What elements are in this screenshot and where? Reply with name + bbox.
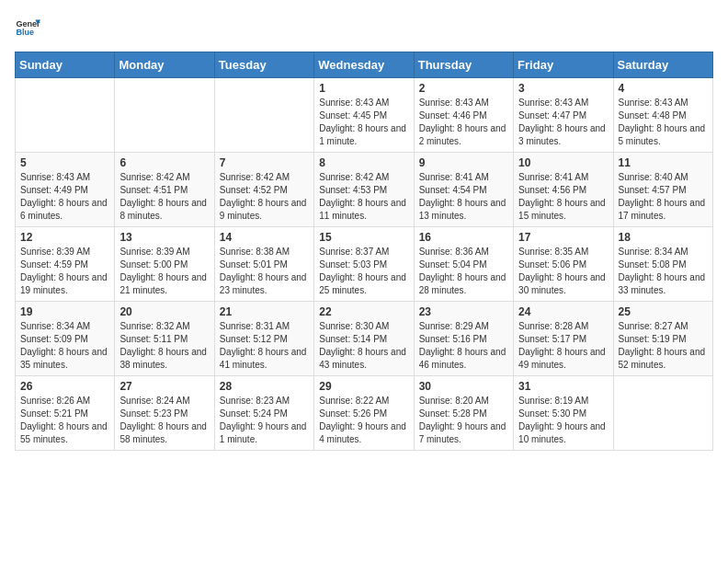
calendar-cell: 20Sunrise: 8:32 AM Sunset: 5:11 PM Dayli… — [115, 302, 214, 376]
calendar-cell: 7Sunrise: 8:42 AM Sunset: 4:52 PM Daylig… — [214, 153, 313, 227]
day-number: 23 — [419, 305, 508, 318]
day-number: 19 — [20, 305, 109, 318]
day-number: 11 — [619, 156, 708, 169]
day-number: 6 — [119, 156, 209, 169]
calendar-week-row: 1Sunrise: 8:43 AM Sunset: 4:45 PM Daylig… — [16, 78, 713, 153]
calendar-cell: 1Sunrise: 8:43 AM Sunset: 4:45 PM Daylig… — [314, 78, 414, 153]
cell-details: Sunrise: 8:43 AM Sunset: 4:49 PM Dayligh… — [20, 171, 109, 223]
cell-details: Sunrise: 8:38 AM Sunset: 5:01 PM Dayligh… — [220, 246, 309, 297]
calendar-cell: 19Sunrise: 8:34 AM Sunset: 5:09 PM Dayli… — [16, 302, 115, 376]
day-number: 12 — [20, 231, 109, 244]
cell-details: Sunrise: 8:43 AM Sunset: 4:47 PM Dayligh… — [518, 97, 608, 148]
calendar-cell: 31Sunrise: 8:19 AM Sunset: 5:30 PM Dayli… — [514, 376, 613, 451]
cell-details: Sunrise: 8:43 AM Sunset: 4:48 PM Dayligh… — [619, 97, 708, 148]
calendar-cell: 30Sunrise: 8:20 AM Sunset: 5:28 PM Dayli… — [414, 376, 513, 451]
calendar-body: 1Sunrise: 8:43 AM Sunset: 4:45 PM Daylig… — [16, 78, 713, 451]
day-number: 10 — [518, 156, 608, 169]
day-number: 2 — [419, 82, 508, 95]
cell-details: Sunrise: 8:22 AM Sunset: 5:26 PM Dayligh… — [319, 395, 408, 446]
day-number: 20 — [119, 305, 209, 318]
day-number: 24 — [518, 305, 608, 318]
calendar-cell: 28Sunrise: 8:23 AM Sunset: 5:24 PM Dayli… — [214, 376, 313, 451]
day-number: 26 — [20, 380, 109, 393]
day-number: 8 — [319, 156, 408, 169]
calendar-cell: 13Sunrise: 8:39 AM Sunset: 5:00 PM Dayli… — [115, 227, 214, 302]
cell-details: Sunrise: 8:43 AM Sunset: 4:45 PM Dayligh… — [319, 97, 408, 148]
calendar-cell: 9Sunrise: 8:41 AM Sunset: 4:54 PM Daylig… — [414, 153, 513, 227]
cell-details: Sunrise: 8:34 AM Sunset: 5:08 PM Dayligh… — [619, 246, 708, 297]
day-number: 30 — [419, 380, 508, 393]
day-number: 5 — [20, 156, 109, 169]
weekday-header: Thursday — [414, 52, 513, 78]
cell-details: Sunrise: 8:35 AM Sunset: 5:06 PM Dayligh… — [518, 246, 608, 297]
calendar-cell — [214, 78, 313, 153]
day-number: 25 — [619, 305, 708, 318]
cell-details: Sunrise: 8:37 AM Sunset: 5:03 PM Dayligh… — [319, 246, 408, 297]
day-number: 28 — [220, 380, 309, 393]
calendar-cell: 27Sunrise: 8:24 AM Sunset: 5:23 PM Dayli… — [115, 376, 214, 451]
weekday-header: Tuesday — [214, 52, 313, 78]
calendar-cell — [613, 376, 712, 451]
cell-details: Sunrise: 8:41 AM Sunset: 4:56 PM Dayligh… — [518, 171, 608, 223]
day-number: 21 — [220, 305, 309, 318]
cell-details: Sunrise: 8:29 AM Sunset: 5:16 PM Dayligh… — [419, 320, 508, 372]
day-number: 16 — [419, 231, 508, 244]
calendar: SundayMondayTuesdayWednesdayThursdayFrid… — [15, 52, 713, 451]
cell-details: Sunrise: 8:34 AM Sunset: 5:09 PM Dayligh… — [20, 320, 109, 372]
calendar-week-row: 26Sunrise: 8:26 AM Sunset: 5:21 PM Dayli… — [16, 376, 713, 451]
cell-details: Sunrise: 8:23 AM Sunset: 5:24 PM Dayligh… — [220, 395, 309, 446]
cell-details: Sunrise: 8:30 AM Sunset: 5:14 PM Dayligh… — [319, 320, 408, 372]
cell-details: Sunrise: 8:28 AM Sunset: 5:17 PM Dayligh… — [518, 320, 608, 372]
weekday-header-row: SundayMondayTuesdayWednesdayThursdayFrid… — [16, 52, 713, 78]
day-number: 14 — [220, 231, 309, 244]
calendar-cell: 4Sunrise: 8:43 AM Sunset: 4:48 PM Daylig… — [613, 78, 712, 153]
calendar-cell: 29Sunrise: 8:22 AM Sunset: 5:26 PM Dayli… — [314, 376, 414, 451]
calendar-cell: 5Sunrise: 8:43 AM Sunset: 4:49 PM Daylig… — [16, 153, 115, 227]
cell-details: Sunrise: 8:42 AM Sunset: 4:52 PM Dayligh… — [220, 171, 309, 223]
calendar-cell: 2Sunrise: 8:43 AM Sunset: 4:46 PM Daylig… — [414, 78, 513, 153]
cell-details: Sunrise: 8:26 AM Sunset: 5:21 PM Dayligh… — [20, 395, 109, 446]
cell-details: Sunrise: 8:43 AM Sunset: 4:46 PM Dayligh… — [419, 97, 508, 148]
calendar-cell: 25Sunrise: 8:27 AM Sunset: 5:19 PM Dayli… — [613, 302, 712, 376]
cell-details: Sunrise: 8:39 AM Sunset: 5:00 PM Dayligh… — [119, 246, 209, 297]
day-number: 29 — [319, 380, 408, 393]
cell-details: Sunrise: 8:39 AM Sunset: 4:59 PM Dayligh… — [20, 246, 109, 297]
day-number: 3 — [518, 82, 608, 95]
calendar-week-row: 12Sunrise: 8:39 AM Sunset: 4:59 PM Dayli… — [16, 227, 713, 302]
cell-details: Sunrise: 8:27 AM Sunset: 5:19 PM Dayligh… — [619, 320, 708, 372]
calendar-cell — [115, 78, 214, 153]
weekday-header: Wednesday — [314, 52, 414, 78]
calendar-cell: 16Sunrise: 8:36 AM Sunset: 5:04 PM Dayli… — [414, 227, 513, 302]
day-number: 17 — [518, 231, 608, 244]
cell-details: Sunrise: 8:42 AM Sunset: 4:51 PM Dayligh… — [119, 171, 209, 223]
calendar-cell: 6Sunrise: 8:42 AM Sunset: 4:51 PM Daylig… — [115, 153, 214, 227]
calendar-cell: 22Sunrise: 8:30 AM Sunset: 5:14 PM Dayli… — [314, 302, 414, 376]
day-number: 22 — [319, 305, 408, 318]
weekday-header: Saturday — [613, 52, 712, 78]
calendar-cell: 3Sunrise: 8:43 AM Sunset: 4:47 PM Daylig… — [514, 78, 613, 153]
calendar-week-row: 5Sunrise: 8:43 AM Sunset: 4:49 PM Daylig… — [16, 153, 713, 227]
calendar-cell: 18Sunrise: 8:34 AM Sunset: 5:08 PM Dayli… — [613, 227, 712, 302]
weekday-header: Monday — [115, 52, 214, 78]
calendar-week-row: 19Sunrise: 8:34 AM Sunset: 5:09 PM Dayli… — [16, 302, 713, 376]
calendar-cell — [16, 78, 115, 153]
day-number: 15 — [319, 231, 408, 244]
cell-details: Sunrise: 8:19 AM Sunset: 5:30 PM Dayligh… — [518, 395, 608, 446]
day-number: 9 — [419, 156, 508, 169]
logo-icon: General Blue — [15, 15, 40, 40]
calendar-cell: 21Sunrise: 8:31 AM Sunset: 5:12 PM Dayli… — [214, 302, 313, 376]
logo: General Blue — [15, 15, 40, 40]
calendar-cell: 8Sunrise: 8:42 AM Sunset: 4:53 PM Daylig… — [314, 153, 414, 227]
day-number: 13 — [119, 231, 209, 244]
cell-details: Sunrise: 8:36 AM Sunset: 5:04 PM Dayligh… — [419, 246, 508, 297]
weekday-header: Friday — [514, 52, 613, 78]
calendar-cell: 24Sunrise: 8:28 AM Sunset: 5:17 PM Dayli… — [514, 302, 613, 376]
cell-details: Sunrise: 8:40 AM Sunset: 4:57 PM Dayligh… — [619, 171, 708, 223]
cell-details: Sunrise: 8:42 AM Sunset: 4:53 PM Dayligh… — [319, 171, 408, 223]
cell-details: Sunrise: 8:31 AM Sunset: 5:12 PM Dayligh… — [220, 320, 309, 372]
calendar-cell: 14Sunrise: 8:38 AM Sunset: 5:01 PM Dayli… — [214, 227, 313, 302]
cell-details: Sunrise: 8:32 AM Sunset: 5:11 PM Dayligh… — [119, 320, 209, 372]
svg-text:Blue: Blue — [16, 28, 34, 37]
calendar-cell: 11Sunrise: 8:40 AM Sunset: 4:57 PM Dayli… — [613, 153, 712, 227]
cell-details: Sunrise: 8:20 AM Sunset: 5:28 PM Dayligh… — [419, 395, 508, 446]
